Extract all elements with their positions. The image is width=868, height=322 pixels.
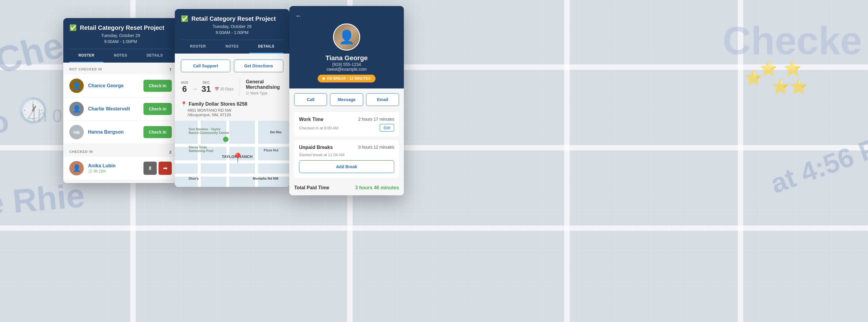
unpaid-breaks-value: 0 hours 12 minutes [358,145,394,150]
tab-notes-center[interactable]: NOTES [215,40,249,53]
tab-roster-left[interactable]: ROSTER [69,49,103,63]
tab-notes-left[interactable]: NOTES [103,49,137,63]
work-type-subtitle: ☑ Work Type [246,91,283,96]
avatar-charlie: 👤 [69,102,84,116]
email-btn[interactable]: Email [366,93,399,106]
end-day: 31 [201,84,211,94]
check-in-btn-hanna[interactable]: Check In [144,126,172,138]
avatar-chance: 👤 [69,78,84,93]
detail-dates: AUG 6 → DEC 31 📅 20 Days [181,81,234,94]
panel-center-date: Tuesday, October 29 [181,24,283,29]
check-in-btn-chance[interactable]: Check In [144,80,172,92]
total-label: Total Paid Time [294,185,330,190]
emp-name: Tiana George [326,54,368,62]
start-day: 6 [181,84,188,94]
avatar-anika: 👤 [69,161,84,175]
tab-details-center[interactable]: DETAILS [249,40,283,53]
end-month: DEC [201,81,211,84]
emp-header: ← 👤 Tiana George (919) 555-1234 cwest@ex… [289,6,404,88]
location-address2: Albuquerque, NM, 87120 [187,113,283,117]
back-button[interactable]: ← [296,12,302,20]
map-preview: Don Newton - TaylorRanch Community Cente… [175,121,289,187]
panel-left-body: NOT CHECKED IN 7 👤 Chance George Check I… [63,63,178,183]
add-break-btn[interactable]: Add Break [299,160,394,173]
work-time-label: Work Time [299,117,323,122]
emp-header-top: ← [296,12,398,20]
emp-action-row: Call Message Email [294,93,399,106]
panel-center-body: Call Support Get Directions AUG 6 → DEC … [175,53,289,187]
panel-left-title: Retail Category Reset Project [80,24,164,31]
start-month: AUG [181,81,188,84]
end-date-block: DEC 31 [201,81,211,94]
pause-btn-anika[interactable]: ⏸ [144,162,157,175]
not-checked-in-label: NOT CHECKED IN 7 [63,63,178,74]
work-time-section: Work Time 2 hours 17 minutes Checked in … [294,112,399,136]
panel-left-tabs: ROSTER NOTES DETAILS [69,49,172,63]
call-support-btn[interactable]: Call Support [181,60,230,72]
panel-left: ✅ Retail Category Reset Project Tuesday,… [63,18,178,183]
roster-item-charlie: 👤 Charlie Westervelt Check In [63,98,178,121]
call-btn[interactable]: Call [294,93,327,106]
panel-left-date: Tuesday, October 29 [69,33,172,38]
checkin-row: Checked in at 9:00 AM Edit [299,124,394,132]
anika-action-btns: ⏸ ➡ [144,162,172,175]
location-address1: 4801 MONTANO RD NW [187,108,283,113]
start-date-block: AUG 6 [181,81,188,94]
emp-avatar-face: 👤 [334,24,359,50]
unpaid-breaks-label: Unpaid Breaks [299,145,333,150]
message-btn[interactable]: Message [330,93,363,106]
name-chance[interactable]: Chance George [88,83,139,88]
panel-center-tabs: ROSTER NOTES DETAILS [181,40,283,53]
panel-center: ✅ Retail Category Reset Project Tuesday,… [175,9,289,187]
anika-checkin-time: 🕐 0h 12m [88,169,139,173]
panel-center-title: Retail Category Reset Project [191,15,276,22]
emp-status-badge: ON BREAK - 12 MINUTES [318,75,375,82]
detail-info: AUG 6 → DEC 31 📅 20 Days General Merchan… [175,78,289,101]
work-time-value: 2 hours 17 minutes [358,117,394,121]
unpaid-breaks-section: Unpaid Breaks 0 hours 12 minutes Started… [294,140,399,178]
name-anika[interactable]: Anika Lubin [88,163,116,168]
location-block: 📍 Family Dollar Stores 6258 4801 MONTANO… [175,101,289,121]
panel-center-time: 9:00AM - 1:00PM [181,30,283,35]
location-name: 📍 Family Dollar Stores 6258 [181,101,283,107]
roster-item-chance: 👤 Chance George Check In [63,74,178,98]
edit-btn[interactable]: Edit [380,124,394,132]
roster-item-anika: 👤 Anika Lubin 🕐 0h 12m ⏸ ➡ [63,157,178,180]
break-start-label: Started break at 11:04 AM [299,152,344,157]
detail-actions: Call Support Get Directions [175,53,289,78]
panel-right: ← 👤 Tiana George (919) 555-1234 cwest@ex… [289,6,404,195]
emp-avatar: 👤 [333,24,360,50]
days-label: 📅 20 Days [215,87,234,91]
roster-item-hanna: HB Hanna Bergson Check In [63,121,178,144]
total-row: Total Paid Time 3 hours 46 minutes [294,181,399,190]
get-directions-btn[interactable]: Get Directions [234,60,283,72]
unpaid-breaks-row: Unpaid Breaks 0 hours 12 minutes [299,145,394,150]
checklist-icon: ✅ [69,24,77,31]
check-in-btn-charlie[interactable]: Check In [144,103,172,115]
detail-divider [240,78,240,96]
tab-roster-center[interactable]: ROSTER [181,40,215,53]
panel-center-title-row: ✅ Retail Category Reset Project [181,15,283,22]
emp-email: cwest@example.com [327,67,367,72]
panel-center-header: ✅ Retail Category Reset Project Tuesday,… [175,9,289,53]
checkout-btn-anika[interactable]: ➡ [158,162,172,175]
break-start-row: Started break at 11:04 AM [299,152,394,157]
date-arrow-icon: → [192,85,198,93]
tab-details-left[interactable]: DETAILS [138,49,172,63]
work-time-row: Work Time 2 hours 17 minutes [299,117,394,122]
panel-left-time: 9:00AM - 1:00PM [69,39,172,44]
status-dot [322,77,325,80]
map-inner: Don Newton - TaylorRanch Community Cente… [175,121,289,187]
total-value: 3 hours 46 minutes [355,185,399,190]
emp-body: Call Message Email Work Time 2 hours 17 … [289,88,404,195]
panel-left-title-row: ✅ Retail Category Reset Project [69,24,172,31]
checklist-icon-center: ✅ [181,15,188,22]
panel-left-header: ✅ Retail Category Reset Project Tuesday,… [63,18,178,63]
work-type-title: General Merchandising [246,79,283,90]
checkin-label: Checked in at 9:00 AM [299,126,338,130]
name-hanna[interactable]: Hanna Bergson [88,130,139,135]
emp-phone: (919) 555-1234 [332,62,361,67]
name-charlie[interactable]: Charlie Westervelt [88,106,139,112]
anika-info: Anika Lubin 🕐 0h 12m [88,163,139,173]
avatar-hanna: HB [69,125,84,139]
